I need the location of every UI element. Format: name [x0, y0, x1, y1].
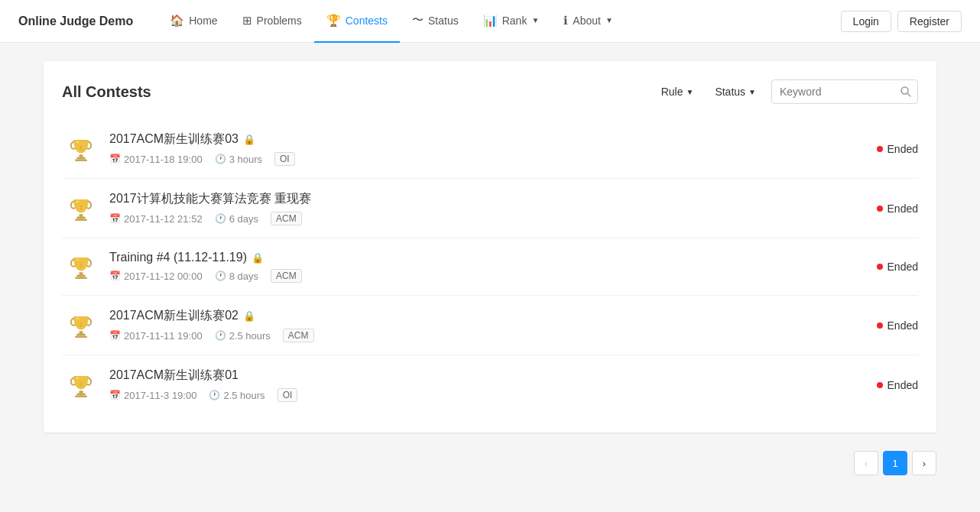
clock-icon: 🕐: [209, 390, 220, 400]
rule-filter[interactable]: Rule ▼: [655, 83, 700, 101]
contest-tag: ACM: [271, 269, 302, 283]
contest-duration-text: 8 days: [229, 271, 258, 282]
navbar-item-rank-label: Rank: [502, 15, 527, 27]
status-dropdown-icon: ▼: [748, 88, 756, 96]
svg-text:1: 1: [80, 380, 83, 387]
trophy-svg: 1: [66, 134, 96, 164]
contest-item[interactable]: 1 2017ACM新生训练赛01 📅 2017-11-3 19:00 🕐 2.5…: [62, 355, 918, 414]
status-text: Ended: [888, 261, 918, 273]
status-text: Ended: [888, 143, 918, 155]
status-icon: 〜: [412, 13, 423, 28]
contest-duration: 🕐 6 days: [215, 213, 258, 225]
svg-rect-20: [80, 390, 83, 394]
search-icon: [900, 86, 911, 97]
contest-name: 2017ACM新生训练赛01: [109, 368, 845, 384]
contest-item[interactable]: 1 2017ACM新生训练赛03 🔒 📅 2017-11-18 19:00 🕐 …: [62, 119, 918, 179]
contest-date-text: 2017-11-3 19:00: [124, 390, 196, 401]
contest-tag: OI: [277, 388, 298, 402]
contest-name: 2017ACM新生训练赛02 🔒: [109, 308, 845, 324]
contest-date: 📅 2017-11-12 00:00: [109, 271, 203, 282]
trophy-icon: 1: [62, 251, 100, 282]
contests-title: All Contests: [62, 83, 151, 101]
clock-icon: 🕐: [215, 330, 226, 341]
svg-rect-19: [75, 395, 87, 397]
status-text: Ended: [888, 319, 918, 332]
search-button[interactable]: [894, 80, 917, 103]
status-filter[interactable]: Status ▼: [709, 83, 762, 101]
trophy-svg: 1: [66, 251, 96, 282]
contest-meta: 📅 2017-11-18 19:00 🕐 3 hours OI: [109, 152, 845, 166]
status-badge: Ended: [857, 261, 918, 273]
status-badge: Ended: [857, 379, 918, 391]
trophy-icon: 1: [62, 310, 100, 341]
contest-name-text: 2017ACM新生训练赛03: [109, 131, 239, 147]
contest-name-text: 2017ACM新生训练赛01: [109, 368, 239, 384]
site-brand: Online Judge Demo: [18, 15, 133, 28]
navbar-item-problems[interactable]: ⊞ Problems: [230, 0, 314, 43]
contest-meta: 📅 2017-11-12 00:00 🕐 8 days ACM: [109, 269, 845, 283]
navbar-item-about[interactable]: ℹ About ▼: [551, 0, 625, 43]
svg-text:1: 1: [80, 144, 83, 151]
rule-filter-label: Rule: [661, 86, 683, 98]
calendar-icon: 📅: [109, 271, 121, 281]
contest-date: 📅 2017-11-11 19:00: [109, 330, 203, 342]
contest-date: 📅 2017-11-12 21:52: [109, 213, 203, 225]
contest-item[interactable]: 1 Training #4 (11.12-11.19) 🔒 📅 2017-11-…: [62, 238, 918, 296]
svg-line-1: [907, 93, 910, 96]
status-text: Ended: [888, 203, 918, 215]
contest-duration-text: 2.5 hours: [223, 390, 264, 401]
contest-tag: OI: [274, 152, 295, 166]
contest-tag: ACM: [283, 329, 314, 342]
contest-name: 2017计算机技能大赛算法竞赛 重现赛: [109, 191, 845, 207]
calendar-icon: 📅: [109, 154, 121, 164]
trophy-icon: 1: [62, 193, 100, 224]
about-icon: ℹ: [563, 14, 568, 28]
contest-tag: ACM: [271, 212, 302, 225]
navbar-item-status-label: Status: [428, 15, 459, 27]
register-button[interactable]: Register: [897, 11, 962, 32]
status-dot: [877, 146, 883, 152]
rank-icon: 📊: [483, 14, 498, 28]
navbar-item-problems-label: Problems: [257, 15, 302, 27]
search-box: [771, 79, 918, 104]
pagination-page-1[interactable]: 1: [883, 451, 907, 475]
navbar-menu: 🏠 Home ⊞ Problems 🏆 Contests 〜 Status 📊 …: [157, 0, 840, 43]
trophy-icon: 1: [62, 134, 100, 164]
contest-meta: 📅 2017-11-11 19:00 🕐 2.5 hours ACM: [109, 329, 845, 342]
status-filter-label: Status: [715, 86, 745, 98]
status-badge: Ended: [857, 319, 918, 332]
svg-rect-3: [75, 159, 87, 160]
contests-header: All Contests Rule ▼ Status ▼: [62, 79, 918, 104]
navbar-item-contests[interactable]: 🏆 Contests: [314, 0, 400, 43]
contest-date-text: 2017-11-12 00:00: [124, 271, 203, 282]
navbar-item-rank[interactable]: 📊 Rank ▼: [471, 0, 552, 43]
pagination-next[interactable]: ›: [912, 451, 936, 475]
content-card: All Contests Rule ▼ Status ▼: [44, 61, 936, 433]
status-text: Ended: [888, 379, 918, 391]
search-input[interactable]: [772, 83, 894, 101]
contest-item[interactable]: 1 2017ACM新生训练赛02 🔒 📅 2017-11-11 19:00 🕐 …: [62, 296, 918, 355]
status-badge: Ended: [857, 143, 918, 155]
navbar-item-about-label: About: [573, 15, 601, 27]
rule-dropdown-icon: ▼: [686, 88, 693, 96]
trophy-svg: 1: [66, 193, 96, 224]
main-container: All Contests Rule ▼ Status ▼: [31, 61, 949, 475]
navbar-item-home[interactable]: 🏠 Home: [157, 0, 229, 43]
svg-text:1: 1: [80, 262, 83, 269]
svg-rect-16: [80, 331, 83, 334]
lock-icon: 🔒: [243, 310, 255, 322]
status-dot: [877, 264, 883, 270]
navbar: Online Judge Demo 🏠 Home ⊞ Problems 🏆 Co…: [0, 0, 980, 43]
svg-rect-12: [80, 272, 83, 275]
contests-icon: 🏆: [326, 14, 341, 28]
svg-text:1: 1: [80, 320, 83, 327]
contest-info: 2017ACM新生训练赛03 🔒 📅 2017-11-18 19:00 🕐 3 …: [109, 131, 845, 166]
contest-name-text: 2017ACM新生训练赛02: [109, 308, 239, 324]
contest-item[interactable]: 1 2017计算机技能大赛算法竞赛 重现赛 📅 2017-11-12 21:52…: [62, 179, 918, 238]
home-icon: 🏠: [170, 14, 184, 28]
clock-icon: 🕐: [215, 213, 226, 224]
login-button[interactable]: Login: [841, 11, 891, 32]
pagination-prev[interactable]: ‹: [854, 451, 878, 475]
contest-name: Training #4 (11.12-11.19) 🔒: [109, 251, 845, 264]
navbar-item-status[interactable]: 〜 Status: [400, 0, 471, 43]
